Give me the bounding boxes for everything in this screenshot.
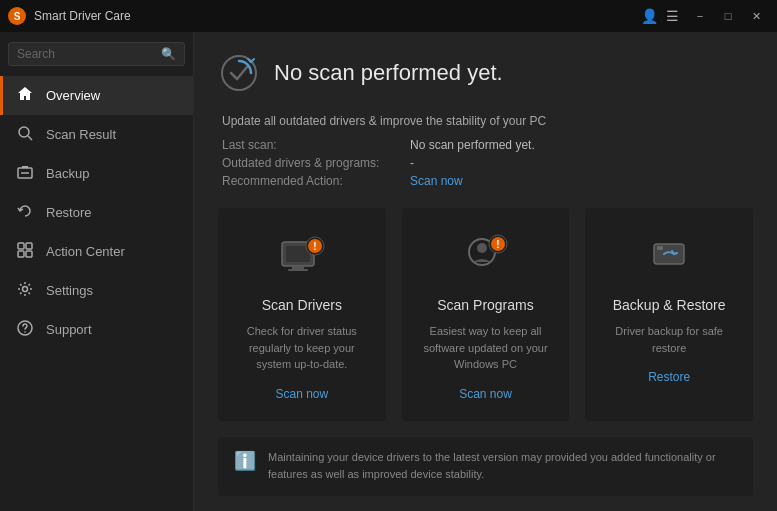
main-content: No scan performed yet. Update all outdat… — [194, 32, 777, 511]
sidebar-item-support[interactable]: Support — [0, 310, 193, 349]
recommended-scan-now-link[interactable]: Scan now — [410, 174, 753, 188]
svg-text:!: ! — [313, 241, 316, 252]
scan-programs-link[interactable]: Scan now — [459, 387, 512, 401]
sidebar-item-backup[interactable]: Backup — [0, 154, 193, 193]
search-box[interactable]: 🔍 — [8, 42, 185, 66]
last-scan-label: Last scan: — [222, 138, 402, 152]
info-banner-text: Maintaining your device drivers to the l… — [268, 449, 737, 484]
title-bar: S Smart Driver Care 👤 ☰ − □ ✕ — [0, 0, 777, 32]
scan-drivers-icon: ! — [277, 232, 327, 283]
sidebar-nav: Overview Scan Result — [0, 76, 193, 511]
sidebar-label-overview: Overview — [46, 88, 100, 103]
outdated-label: Outdated drivers & programs: — [222, 156, 402, 170]
scan-drivers-card: ! Scan Drivers Check for driver status r… — [218, 208, 386, 421]
minimize-button[interactable]: − — [687, 6, 713, 26]
svg-rect-24 — [657, 246, 663, 250]
search-input[interactable] — [17, 47, 155, 61]
user-icon: 👤 — [641, 8, 658, 24]
sidebar-label-support: Support — [46, 322, 92, 337]
info-banner-icon: ℹ️ — [234, 450, 256, 472]
title-bar-right-icons: 👤 ☰ — [641, 8, 679, 24]
sidebar-item-restore[interactable]: Restore — [0, 193, 193, 232]
scan-programs-icon: ! — [460, 232, 510, 283]
scan-drivers-desc: Check for driver status regularly to kee… — [238, 323, 366, 373]
sidebar-label-restore: Restore — [46, 205, 92, 220]
scan-programs-title: Scan Programs — [437, 297, 533, 313]
sidebar-label-action-center: Action Center — [46, 244, 125, 259]
backup-restore-desc: Driver backup for safe restore — [605, 323, 733, 356]
scan-drivers-link[interactable]: Scan now — [275, 387, 328, 401]
home-icon — [16, 86, 34, 105]
sidebar-label-settings: Settings — [46, 283, 93, 298]
sidebar-item-overview[interactable]: Overview — [0, 76, 193, 115]
svg-rect-14 — [288, 269, 308, 271]
support-icon — [16, 320, 34, 339]
restore-icon — [16, 203, 34, 222]
outdated-value: - — [410, 156, 753, 170]
cards-grid: ! Scan Drivers Check for driver status r… — [218, 208, 753, 421]
svg-rect-5 — [26, 243, 32, 249]
svg-rect-7 — [26, 251, 32, 257]
sidebar-item-settings[interactable]: Settings — [0, 271, 193, 310]
scan-programs-card: ! Scan Programs Easiest way to keep all … — [402, 208, 570, 421]
svg-rect-13 — [292, 266, 304, 269]
close-button[interactable]: ✕ — [743, 6, 769, 26]
svg-point-8 — [23, 287, 28, 292]
svg-rect-6 — [18, 251, 24, 257]
svg-text:!: ! — [497, 239, 500, 250]
svg-point-0 — [19, 127, 29, 137]
sidebar-item-action-center[interactable]: Action Center — [0, 232, 193, 271]
backup-restore-link[interactable]: Restore — [648, 370, 690, 384]
backup-icon — [16, 164, 34, 183]
app-logo: S — [8, 7, 26, 25]
info-grid: Last scan: No scan performed yet. Outdat… — [222, 138, 753, 188]
window-controls: − □ ✕ — [687, 6, 769, 26]
svg-point-19 — [477, 243, 487, 253]
no-scan-icon — [218, 52, 260, 94]
scan-programs-desc: Easiest way to keep all software updated… — [422, 323, 550, 373]
menu-icon: ☰ — [666, 8, 679, 24]
maximize-button[interactable]: □ — [715, 6, 741, 26]
svg-line-1 — [28, 136, 32, 140]
last-scan-value: No scan performed yet. — [410, 138, 753, 152]
scan-result-icon — [16, 125, 34, 144]
info-section: Update all outdated drivers & improve th… — [222, 114, 753, 188]
sidebar: 🔍 Overview Scan Re — [0, 32, 194, 511]
backup-restore-card: Backup & Restore Driver backup for safe … — [585, 208, 753, 421]
backup-restore-icon — [644, 232, 694, 283]
settings-icon — [16, 281, 34, 300]
info-subtitle: Update all outdated drivers & improve th… — [222, 114, 753, 128]
sidebar-label-backup: Backup — [46, 166, 89, 181]
scan-drivers-title: Scan Drivers — [262, 297, 342, 313]
page-heading: No scan performed yet. — [274, 60, 503, 86]
app-title: Smart Driver Care — [34, 9, 641, 23]
recommended-label: Recommended Action: — [222, 174, 402, 188]
svg-point-9 — [24, 331, 26, 333]
svg-rect-4 — [18, 243, 24, 249]
sidebar-item-scan-result[interactable]: Scan Result — [0, 115, 193, 154]
info-banner: ℹ️ Maintaining your device drivers to th… — [218, 437, 753, 496]
backup-restore-title: Backup & Restore — [613, 297, 726, 313]
content-header: No scan performed yet. — [218, 52, 753, 94]
search-icon[interactable]: 🔍 — [161, 47, 176, 61]
sidebar-label-scan-result: Scan Result — [46, 127, 116, 142]
app-body: 🔍 Overview Scan Re — [0, 32, 777, 511]
action-center-icon — [16, 242, 34, 261]
